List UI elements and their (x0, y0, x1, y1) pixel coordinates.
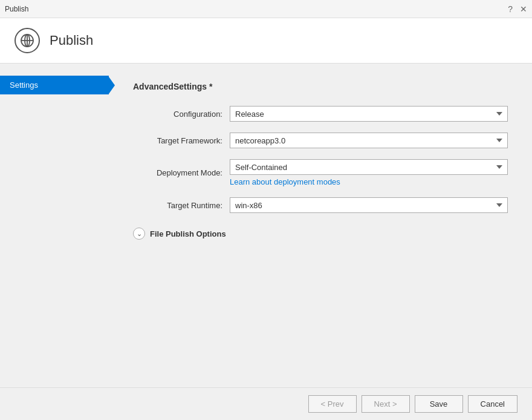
next-button[interactable]: Next > (362, 395, 410, 413)
deployment-mode-label: Deployment Mode: (133, 168, 230, 177)
close-icon[interactable]: ✕ (520, 5, 527, 13)
header: Publish (0, 18, 532, 64)
footer: < Prev Next > Save Cancel (0, 387, 532, 420)
title-bar: Publish ? ✕ (0, 0, 532, 18)
globe-icon (15, 28, 40, 53)
settings-form: Configuration: Release Debug Target Fram… (133, 106, 508, 240)
sidebar-item-settings[interactable]: Settings (0, 76, 109, 94)
cancel-button[interactable]: Cancel (468, 395, 517, 413)
header-title: Publish (50, 33, 93, 48)
file-publish-options-row: ⌄ File Publish Options (133, 228, 508, 240)
expand-icon[interactable]: ⌄ (133, 228, 145, 240)
target-runtime-select[interactable]: win-x86 win-x64 linux-x64 osx-x64 (230, 197, 508, 213)
target-framework-select[interactable]: netcoreapp3.0 netcoreapp3.1 net5.0 (230, 133, 508, 148)
content-area: AdvancedSettings * Configuration: Releas… (109, 64, 532, 387)
deployment-mode-select[interactable]: Self-Contained Framework-Dependent (230, 159, 508, 175)
save-button[interactable]: Save (415, 395, 463, 413)
target-framework-label: Target Framework: (133, 136, 230, 145)
sidebar-item-settings-label: Settings (10, 80, 38, 90)
deployment-mode-container: Self-Contained Framework-Dependent Learn… (230, 159, 508, 186)
configuration-label: Configuration: (133, 110, 230, 119)
file-publish-label: File Publish Options (150, 229, 226, 238)
target-runtime-label: Target Runtime: (133, 201, 230, 210)
sidebar: Settings (0, 64, 109, 387)
title-bar-title: Publish (5, 5, 28, 13)
main-content: Settings AdvancedSettings * Configuratio… (0, 64, 532, 387)
section-title: AdvancedSettings * (133, 82, 508, 91)
title-bar-controls: ? ✕ (508, 5, 527, 13)
configuration-select[interactable]: Release Debug (230, 106, 508, 122)
title-bar-left: Publish (5, 5, 28, 13)
prev-button[interactable]: < Prev (308, 395, 357, 413)
help-icon[interactable]: ? (508, 5, 513, 13)
learn-deployment-link[interactable]: Learn about deployment modes (230, 177, 508, 186)
